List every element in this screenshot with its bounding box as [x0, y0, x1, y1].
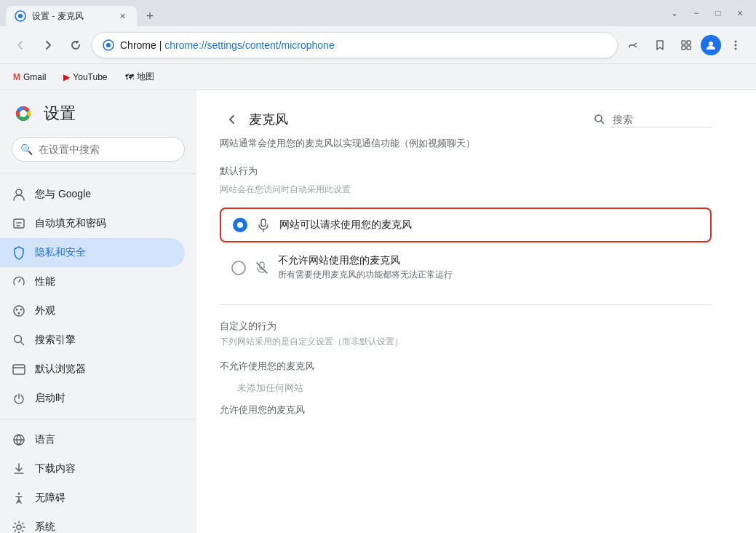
url-path: chrome://settings/content/microphone [164, 39, 334, 51]
section-divider [220, 304, 712, 305]
svg-rect-4 [682, 41, 685, 44]
svg-point-11 [735, 47, 737, 50]
custom-behavior-label: 自定义的行为 [220, 320, 712, 333]
youtube-icon: ▶ [63, 72, 70, 82]
svg-point-8 [709, 42, 713, 46]
url-text: Chrome | chrome://settings/content/micro… [120, 39, 607, 51]
power-icon [12, 391, 26, 406]
url-bar[interactable]: Chrome | chrome://settings/content/micro… [92, 32, 618, 58]
sidebar-item-accessibility[interactable]: 无障碍 [0, 483, 185, 513]
search-input[interactable] [12, 137, 185, 162]
share-button[interactable] [622, 33, 645, 57]
window-controls: ⌄ − □ × [664, 3, 750, 23]
content-search-input[interactable] [610, 112, 712, 127]
content-inner: 麦克风 网站通常会使用您的麦克风以实现通信功能（例如视频聊天） 默认行为 网站会… [196, 90, 735, 440]
back-button[interactable] [220, 108, 243, 131]
language-icon [12, 433, 26, 447]
content: 麦克风 网站通常会使用您的麦克风以实现通信功能（例如视频聊天） 默认行为 网站会… [196, 90, 756, 533]
tab-close-button[interactable]: ✕ [116, 10, 128, 22]
url-separator: | [156, 39, 164, 51]
allow-option[interactable]: 网站可以请求使用您的麦克风 [220, 208, 712, 242]
sidebar-item-browser[interactable]: 默认浏览器 [0, 355, 185, 384]
sidebar: 设置 🔍 您与 Google 自动填充和密码 隐私和安全 [0, 90, 196, 533]
shield-icon [12, 245, 26, 260]
bookmark-youtube[interactable]: ▶ YouTube [59, 71, 111, 84]
content-search-area [594, 112, 712, 127]
person-icon [12, 187, 26, 202]
gauge-icon [12, 275, 26, 289]
accessibility-icon [12, 491, 26, 505]
sidebar-item-search[interactable]: 搜索引擎 [0, 325, 185, 355]
bookmark-gmail[interactable]: M Gmail [9, 71, 50, 84]
svg-point-14 [20, 110, 27, 117]
sidebar-divider-1 [0, 173, 196, 174]
close-button[interactable]: × [730, 3, 750, 23]
bookmarks-bar: M Gmail ▶ YouTube 🗺 地图 [0, 64, 756, 90]
svg-point-17 [14, 306, 24, 316]
sidebar-item-startup[interactable]: 启动时 [0, 384, 185, 413]
default-behavior-sublabel: 网站会在您访问时自动采用此设置 [220, 183, 712, 196]
no-sites-disallowed: 未添加任何网站 [237, 382, 712, 395]
content-search-icon [594, 114, 605, 125]
page-description: 网站通常会使用您的麦克风以实现通信功能（例如视频聊天） [220, 137, 712, 150]
chevron-down-icon[interactable]: ⌄ [664, 3, 685, 23]
svg-line-28 [257, 263, 267, 273]
sidebar-item-performance-label: 性能 [35, 275, 55, 288]
bookmark-maps[interactable]: 🗺 地图 [121, 69, 159, 84]
allow-radio-button[interactable] [233, 218, 247, 232]
sidebar-item-accessibility-label: 无障碍 [35, 491, 65, 505]
sidebar-divider-2 [0, 419, 196, 419]
search-box-icon: 🔍 [20, 143, 33, 155]
deny-option-subtext: 所有需要使用麦克风的功能都将无法正常运行 [278, 269, 453, 281]
svg-point-3 [106, 43, 111, 47]
sidebar-item-download[interactable]: 下载内容 [0, 454, 185, 483]
allow-option-text: 网站可以请求使用您的麦克风 [279, 218, 412, 232]
bookmark-button[interactable] [648, 33, 672, 57]
svg-point-24 [18, 493, 20, 495]
maximize-button[interactable]: □ [708, 3, 728, 23]
profile-button[interactable] [701, 35, 721, 55]
deny-option[interactable]: 不允许网站使用您的麦克风 所有需要使用麦克风的功能都将无法正常运行 [220, 245, 712, 290]
search-box[interactable]: 🔍 [12, 137, 185, 162]
sidebar-item-language-label: 语言 [35, 433, 55, 446]
toolbar-icons [622, 33, 747, 57]
disallowed-section-label: 不允许使用您的麦克风 [220, 360, 712, 373]
autofill-icon [12, 216, 26, 231]
sidebar-item-autofill-label: 自动填充和密码 [35, 217, 106, 230]
security-icon [103, 39, 114, 51]
forward-button[interactable] [36, 33, 60, 57]
svg-rect-6 [682, 46, 685, 50]
sidebar-item-browser-label: 默认浏览器 [35, 363, 86, 376]
allowed-section-label: 允许使用您的麦克风 [220, 403, 712, 416]
tab-bar: 设置 - 麦克风 ✕ + [6, 0, 658, 26]
svg-rect-7 [687, 46, 691, 50]
sidebar-item-performance[interactable]: 性能 [0, 267, 185, 296]
sidebar-item-system[interactable]: 系统 [0, 513, 185, 533]
palette-icon [12, 304, 26, 318]
titlebar: 设置 - 麦克风 ✕ + ⌄ − □ × [0, 0, 756, 26]
menu-button[interactable] [724, 33, 747, 57]
svg-point-20 [18, 312, 20, 315]
new-tab-button[interactable]: + [140, 6, 160, 26]
sidebar-item-privacy[interactable]: 隐私和安全 [0, 238, 185, 267]
deny-option-text: 不允许网站使用您的麦克风 [278, 254, 453, 267]
refresh-button[interactable] [64, 33, 87, 57]
sidebar-item-autofill[interactable]: 自动填充和密码 [0, 209, 185, 238]
svg-point-18 [16, 309, 18, 311]
extensions-button[interactable] [675, 33, 698, 57]
settings-title: 设置 [44, 103, 76, 125]
url-brand: Chrome [120, 39, 156, 51]
active-tab[interactable]: 设置 - 麦克风 ✕ [6, 6, 137, 26]
sidebar-item-language[interactable]: 语言 [0, 425, 185, 454]
minimize-button[interactable]: − [686, 3, 707, 23]
default-behavior-label: 默认行为 [220, 165, 712, 178]
sidebar-item-google[interactable]: 您与 Google [0, 180, 185, 209]
svg-rect-27 [261, 219, 266, 226]
sidebar-item-appearance[interactable]: 外观 [0, 296, 185, 325]
content-back[interactable]: 麦克风 [220, 108, 288, 131]
svg-point-25 [17, 525, 21, 529]
svg-point-19 [20, 309, 23, 311]
deny-radio-button[interactable] [231, 261, 246, 275]
deny-option-content: 不允许网站使用您的麦克风 所有需要使用麦克风的功能都将无法正常运行 [278, 254, 453, 281]
back-button[interactable] [9, 33, 32, 57]
